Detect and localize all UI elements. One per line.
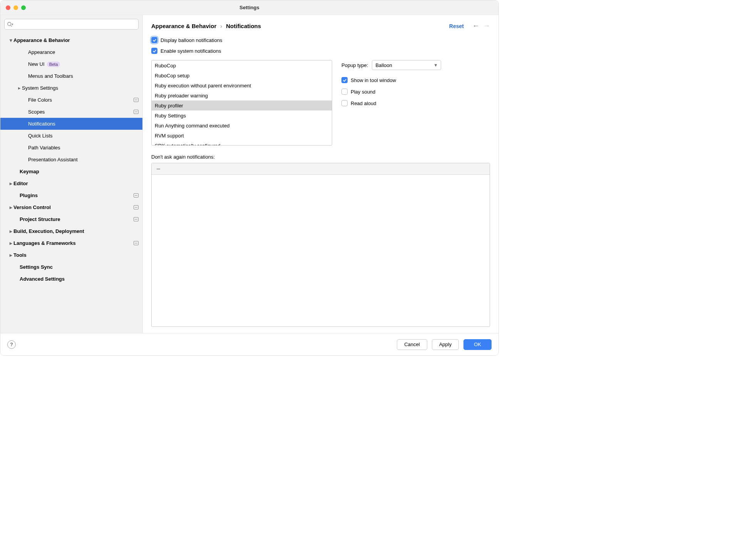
chevron-right-icon: ▸ [8,240,13,246]
sidebar-item-label: Tools [13,252,27,258]
sidebar-item-quick-lists[interactable]: Quick Lists [0,130,142,142]
sidebar-item-notifications[interactable]: Notifications [0,118,142,130]
sidebar-item-languages-frameworks[interactable]: ▸Languages & Frameworks [0,237,142,249]
titlebar: Settings [0,0,498,15]
chevron-down-icon: ▾ [8,37,13,43]
sidebar-item-label: Languages & Frameworks [13,240,76,246]
list-item[interactable]: Run Anything command executed [152,121,332,131]
project-scope-icon [134,110,139,114]
remove-button[interactable]: − [155,166,162,172]
sidebar-item-advanced-settings[interactable]: Advanced Settings [0,273,142,285]
search-dropdown-icon[interactable]: ▾ [12,22,13,26]
sidebar-item-label: Version Control [13,204,51,210]
project-scope-icon [134,193,139,198]
sidebar-item-system-settings[interactable]: ▸System Settings [0,82,142,94]
sidebar-item-label: Appearance [28,49,55,55]
show-in-tool-window-checkbox[interactable] [341,77,348,83]
chevron-right-icon: › [220,23,222,29]
play-sound-checkbox[interactable] [341,89,348,95]
list-item[interactable]: Ruby profiler [152,100,332,110]
sidebar-item-label: New UI [28,61,45,67]
list-item[interactable]: RuboCop [152,60,332,70]
sidebar-item-label: Quick Lists [28,133,53,139]
sidebar-item-path-variables[interactable]: Path Variables [0,142,142,154]
display-balloon-checkbox[interactable] [151,37,157,43]
sidebar-item-editor[interactable]: ▸Editor [0,177,142,189]
list-item[interactable]: RVM support [152,131,332,141]
body: ▾ ▾Appearance & BehaviorAppearanceNew UI… [0,15,498,333]
list-item[interactable]: Ruby Settings [152,110,332,121]
chevron-right-icon: ▸ [8,204,13,210]
settings-tree[interactable]: ▾Appearance & BehaviorAppearanceNew UIBe… [0,33,142,333]
sidebar-item-appearance-behavior[interactable]: ▾Appearance & Behavior [0,34,142,46]
chevron-right-icon: ▸ [8,252,13,258]
apply-button[interactable]: Apply [432,339,459,350]
notification-types-list[interactable]: RuboCopRuboCop setupRuby execution witho… [151,60,332,146]
sidebar-item-label: Editor [13,181,28,186]
sidebar-item-scopes[interactable]: Scopes [0,106,142,118]
sidebar-item-settings-sync[interactable]: Settings Sync [0,261,142,273]
play-sound-label: Play sound [351,89,375,95]
list-item[interactable]: RuboCop setup [152,70,332,80]
settings-window: Settings ▾ ▾Appearance & BehaviorAppeara… [0,0,499,356]
list-item[interactable]: SDK automatically configured [152,141,332,146]
project-scope-icon [134,241,139,245]
sidebar-item-label: Keymap [20,169,39,174]
sidebar-item-label: System Settings [22,85,58,91]
search-field[interactable]: ▾ [4,19,139,30]
nav-back-button[interactable]: ← [472,22,479,30]
enable-system-checkbox[interactable] [151,48,157,54]
list-item[interactable]: Ruby preloader warning [152,90,332,100]
sidebar-item-label: Build, Execution, Deployment [13,228,84,234]
read-aloud-checkbox[interactable] [341,100,348,106]
chevron-right-icon: ▸ [17,85,22,91]
popup-type-select[interactable]: Balloon ▼ [372,60,441,70]
sidebar-item-label: Scopes [28,109,45,115]
show-in-tool-window-label: Show in tool window [351,77,396,83]
sidebar-item-appearance[interactable]: Appearance [0,46,142,58]
ok-button[interactable]: OK [463,339,492,350]
sidebar-item-tools[interactable]: ▸Tools [0,249,142,261]
breadcrumb: Appearance & Behavior › Notifications [151,23,261,29]
main-panel: Appearance & Behavior › Notifications Re… [143,15,498,333]
window-title: Settings [0,5,498,10]
footer: ? Cancel Apply OK [0,333,498,355]
sidebar-item-menus-and-toolbars[interactable]: Menus and Toolbars [0,70,142,82]
read-aloud-label: Read aloud [351,100,376,106]
sidebar-item-file-colors[interactable]: File Colors [0,94,142,106]
sidebar-item-label: Notifications [28,121,55,127]
sidebar-item-presentation-assistant[interactable]: Presentation Assistant [0,154,142,166]
sidebar-item-label: Presentation Assistant [28,157,78,162]
breadcrumb-current: Notifications [226,23,261,29]
project-scope-icon [134,217,139,221]
sidebar-item-project-structure[interactable]: Project Structure [0,213,142,225]
sidebar-item-label: Settings Sync [20,264,53,270]
sidebar-item-label: Path Variables [28,145,60,151]
reset-link[interactable]: Reset [449,23,464,29]
dont-ask-list[interactable]: − [151,163,490,327]
display-balloon-label: Display balloon notifications [161,37,222,43]
sidebar-item-label: Menus and Toolbars [28,73,73,79]
popup-type-label: Popup type: [341,62,368,68]
enable-system-label: Enable system notifications [161,48,221,54]
sidebar-item-plugins[interactable]: Plugins [0,189,142,201]
sidebar-item-build-execution-deployment[interactable]: ▸Build, Execution, Deployment [0,225,142,237]
breadcrumb-parent[interactable]: Appearance & Behavior [151,23,216,29]
list-item[interactable]: Ruby execution without parent environmen… [152,80,332,90]
cancel-button[interactable]: Cancel [397,339,427,350]
svg-point-0 [8,22,11,26]
sidebar-item-keymap[interactable]: Keymap [0,166,142,177]
help-button[interactable]: ? [7,340,16,349]
dont-ask-label: Don't ask again notifications: [151,154,490,160]
sidebar-item-version-control[interactable]: ▸Version Control [0,201,142,213]
chevron-down-icon: ▼ [434,63,438,67]
sidebar-item-label: Advanced Settings [20,276,65,282]
sidebar-item-label: File Colors [28,97,52,103]
sidebar-item-label: Project Structure [20,216,60,222]
sidebar-item-new-ui[interactable]: New UIBeta [0,58,142,70]
project-scope-icon [134,205,139,209]
dont-ask-toolbar: − [152,163,490,175]
search-input[interactable] [15,22,136,27]
chevron-right-icon: ▸ [8,181,13,186]
chevron-right-icon: ▸ [8,228,13,234]
